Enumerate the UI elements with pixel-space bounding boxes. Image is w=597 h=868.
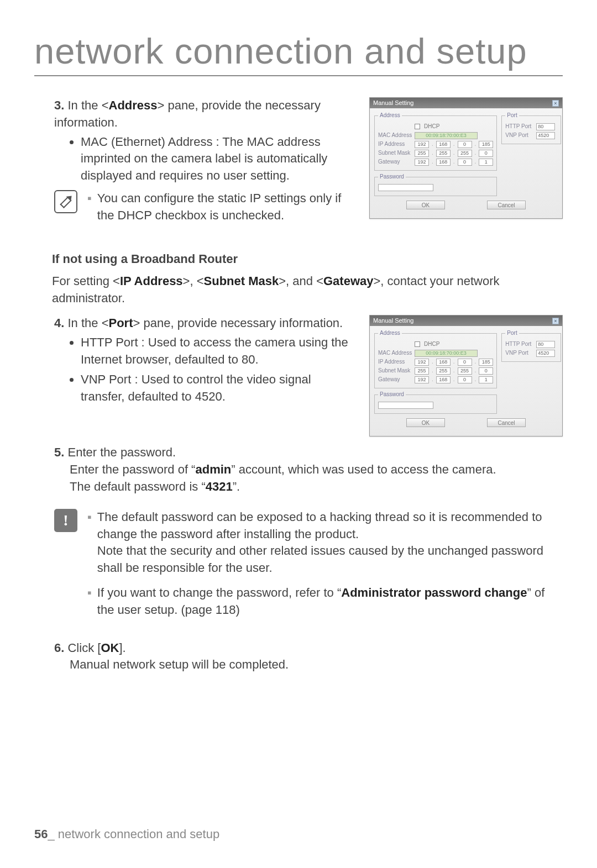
step-6: 6. Click [OK]. Manual network setup will… <box>54 640 563 674</box>
mac-input <box>415 350 478 357</box>
vnp-port-input[interactable] <box>536 350 555 357</box>
step-4-bullet-2: VNP Port : Used to control the video sig… <box>81 371 354 406</box>
ip-label: IP Address <box>378 140 412 148</box>
http-port-input[interactable] <box>536 123 555 130</box>
step-3-num: 3. <box>54 98 64 112</box>
step-5-line2: Enter the password of “admin” account, w… <box>54 461 563 478</box>
ok-button[interactable]: OK <box>406 418 445 427</box>
http-port-label: HTTP Port <box>505 340 534 348</box>
sm-2[interactable] <box>436 150 451 157</box>
ip-1[interactable] <box>415 359 429 366</box>
step-4: 4. In the <Port> pane, provide necessary… <box>54 315 354 406</box>
gw-4[interactable] <box>479 159 493 166</box>
gateway-label: Gateway <box>378 376 412 383</box>
dhcp-label: DHCP <box>424 123 439 130</box>
dialog-title: Manual Setting <box>373 317 413 325</box>
gw-2[interactable] <box>436 376 451 383</box>
sm-2[interactable] <box>436 367 451 375</box>
close-icon[interactable]: × <box>552 100 559 107</box>
step-4-text: In the <Port> pane, provide necessary in… <box>67 316 343 330</box>
http-port-label: HTTP Port <box>505 123 534 130</box>
password-legend: Password <box>378 173 406 181</box>
mac-input <box>415 132 478 139</box>
close-icon[interactable]: × <box>552 318 559 324</box>
dhcp-checkbox[interactable] <box>415 124 420 129</box>
ip-2[interactable] <box>436 359 451 366</box>
sm-1[interactable] <box>415 150 429 157</box>
step-6-line2: Manual network setup will be completed. <box>54 656 563 674</box>
dhcp-checkbox[interactable] <box>415 341 420 347</box>
address-legend: Address <box>378 112 402 119</box>
ok-button[interactable]: OK <box>406 201 445 209</box>
step-3-text: In the <Address> pane, provide the neces… <box>54 98 321 129</box>
gw-1[interactable] <box>415 159 429 166</box>
subsection-para: For setting <IP Address>, <Subnet Mask>,… <box>52 273 563 307</box>
note-icon <box>54 190 77 213</box>
gw-4[interactable] <box>479 376 493 383</box>
step-4-num: 4. <box>54 316 64 330</box>
ip-label: IP Address <box>378 358 412 366</box>
password-input[interactable] <box>378 184 433 191</box>
note-bullet-icon: ▪ <box>87 585 92 619</box>
address-legend: Address <box>378 329 402 337</box>
dialog-title: Manual Setting <box>373 99 413 107</box>
step-3-bullet-1: MAC (Ethernet) Address : The MAC address… <box>81 134 354 185</box>
vnp-port-input[interactable] <box>536 132 555 139</box>
vnp-port-label: VNP Port <box>505 349 534 357</box>
screenshot-manual-setting-1: Manual Setting× Address DHCP MAC Address… <box>369 97 563 219</box>
page-footer: 56_ network connection and setup <box>34 827 219 841</box>
sm-4[interactable] <box>479 150 493 157</box>
sm-1[interactable] <box>415 367 429 375</box>
step-5: 5. Enter the password. Enter the passwor… <box>54 444 563 495</box>
port-legend: Port <box>505 329 519 337</box>
sm-3[interactable] <box>458 367 472 375</box>
step-6-num: 6. <box>54 641 64 655</box>
ip-1[interactable] <box>415 141 429 148</box>
page-title: network connection and setup <box>34 30 563 76</box>
gateway-label: Gateway <box>378 158 412 166</box>
sm-4[interactable] <box>479 367 493 375</box>
mac-label: MAC Address <box>378 349 412 357</box>
step-4-bullet-1: HTTP Port : Used to access the camera us… <box>81 334 354 369</box>
password-input[interactable] <box>378 402 433 409</box>
port-legend: Port <box>505 112 519 119</box>
gw-1[interactable] <box>415 376 429 383</box>
ip-3[interactable] <box>458 141 472 148</box>
gw-3[interactable] <box>458 376 472 383</box>
step-5-line3: The default password is “4321”. <box>54 478 563 496</box>
note-1-text: You can configure the static IP settings… <box>97 190 354 224</box>
http-port-input[interactable] <box>536 341 555 348</box>
subsection-heading: If not using a Broadband Router <box>52 251 563 268</box>
mac-label: MAC Address <box>378 131 412 139</box>
step-5-num: 5. <box>54 445 64 459</box>
page-number: 56 <box>34 827 48 841</box>
note-bullet-icon: ▪ <box>87 509 92 577</box>
warn-2: If you want to change the password, refe… <box>97 585 563 619</box>
footer-title: network connection and setup <box>58 827 219 841</box>
note-bullet-icon: ▪ <box>87 190 92 224</box>
caution-icon: ! <box>54 509 77 532</box>
ip-4[interactable] <box>479 141 493 148</box>
step-6-line1: Click [OK]. <box>67 641 125 655</box>
password-legend: Password <box>378 391 406 398</box>
subnet-label: Subnet Mask <box>378 149 412 157</box>
ip-3[interactable] <box>458 359 472 366</box>
warn-1: The default password can be exposed to a… <box>97 509 563 577</box>
gw-2[interactable] <box>436 159 451 166</box>
screenshot-manual-setting-2: Manual Setting× Address DHCP MAC Address… <box>369 315 563 436</box>
gw-3[interactable] <box>458 159 472 166</box>
sm-3[interactable] <box>458 150 472 157</box>
cancel-button[interactable]: Cancel <box>487 201 526 209</box>
ip-2[interactable] <box>436 141 451 148</box>
step-3: 3. In the <Address> pane, provide the ne… <box>54 97 354 185</box>
dhcp-label: DHCP <box>424 340 439 348</box>
cancel-button[interactable]: Cancel <box>487 418 526 427</box>
ip-4[interactable] <box>479 359 493 366</box>
subnet-label: Subnet Mask <box>378 367 412 375</box>
step-5-line1: Enter the password. <box>67 445 176 459</box>
vnp-port-label: VNP Port <box>505 131 534 139</box>
